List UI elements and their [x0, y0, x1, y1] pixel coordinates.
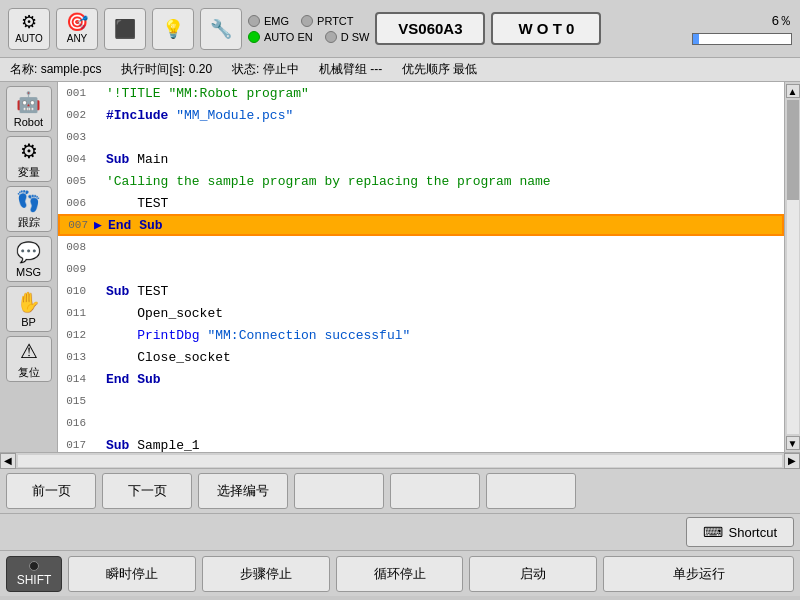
- sidebar-label-msg: MSG: [16, 266, 41, 278]
- emg-label: EMG: [264, 15, 289, 27]
- action-btn-4[interactable]: [294, 473, 384, 509]
- shift-label: SHIFT: [17, 573, 52, 587]
- robot-icon: 🤖: [16, 90, 41, 114]
- table-row: 010 Sub TEST: [58, 280, 784, 302]
- start-button[interactable]: 启动: [469, 556, 597, 592]
- table-row: 017 Sub Sample_1: [58, 434, 784, 452]
- horizontal-scrollbar[interactable]: ◀ ▶: [0, 452, 800, 468]
- shortcut-icon: ⌨: [703, 524, 723, 540]
- vs-button[interactable]: VS060A3: [375, 12, 485, 45]
- shift-button[interactable]: SHIFT: [6, 556, 62, 592]
- any-icon: 🎯: [66, 13, 88, 31]
- table-row: 005 'Calling the sample program by repla…: [58, 170, 784, 192]
- trace-icon: 👣: [16, 189, 41, 213]
- pct-label: 6％: [772, 12, 792, 30]
- next-page-button[interactable]: 下一页: [102, 473, 192, 509]
- emg-radio: [248, 15, 260, 27]
- select-num-button[interactable]: 选择编号: [198, 473, 288, 509]
- sidebar-item-reset[interactable]: ⚠ 复位: [6, 336, 52, 382]
- percent-area: 6％: [692, 12, 792, 45]
- table-row: 009: [58, 258, 784, 280]
- arm-group: 机械臂组 ---: [319, 61, 382, 78]
- step-stop-button[interactable]: 步骤停止: [202, 556, 330, 592]
- shortcut-button[interactable]: ⌨ Shortcut: [686, 517, 794, 547]
- table-row: 007 ▶ End Sub: [58, 214, 784, 236]
- sidebar-label-reset: 复位: [18, 365, 40, 380]
- prtct-label: PRTCT: [317, 15, 353, 27]
- reset-icon: ⚠: [20, 339, 38, 363]
- table-row: 016: [58, 412, 784, 434]
- code-area[interactable]: 001 '!TITLE "MM:Robot program" 002 #Incl…: [58, 82, 784, 452]
- vertical-scrollbar[interactable]: ▲ ▼: [784, 82, 800, 452]
- hscroll-right-arrow[interactable]: ▶: [784, 453, 800, 469]
- table-row: 013 Close_socket: [58, 346, 784, 368]
- action-button-row: 前一页 下一页 选择编号: [0, 468, 800, 514]
- auto-icon: ⚙: [21, 13, 37, 31]
- lamp-button[interactable]: 💡: [152, 8, 194, 50]
- auto-button[interactable]: ⚙ AUTO: [8, 8, 50, 50]
- action-btn-5[interactable]: [390, 473, 480, 509]
- prtct-radio: [301, 15, 313, 27]
- code-scroll[interactable]: 001 '!TITLE "MM:Robot program" 002 #Incl…: [58, 82, 784, 452]
- wot-button[interactable]: W O T 0: [491, 12, 601, 45]
- sidebar-label-variable: 変量: [18, 165, 40, 180]
- radio-group: EMG PRTCT AUTO EN D SW: [248, 15, 369, 43]
- sidebar-item-trace[interactable]: 👣 跟踪: [6, 186, 52, 232]
- autoen-label: AUTO EN: [264, 31, 313, 43]
- scroll-bar-track: [787, 100, 799, 434]
- exec-time: 执行时间[s]: 0.20: [121, 61, 212, 78]
- dsw-label: D SW: [341, 31, 370, 43]
- table-row: 004 Sub Main: [58, 148, 784, 170]
- stop-button[interactable]: ⬛: [104, 8, 146, 50]
- cycle-stop-button[interactable]: 循环停止: [336, 556, 464, 592]
- action-btn-6[interactable]: [486, 473, 576, 509]
- shortcut-label: Shortcut: [729, 525, 777, 540]
- hscroll-left-arrow[interactable]: ◀: [0, 453, 16, 469]
- sidebar-label-bp: BP: [21, 316, 36, 328]
- scroll-up-arrow[interactable]: ▲: [786, 84, 800, 98]
- bottom-bar: SHIFT 瞬时停止 步骤停止 循环停止 启动 单步运行: [0, 550, 800, 596]
- sidebar-label-trace: 跟踪: [18, 215, 40, 230]
- lamp-icon: 💡: [162, 20, 184, 38]
- table-row: 003: [58, 126, 784, 148]
- main-area: 🤖 Robot ⚙ 変量 👣 跟踪 💬 MSG ✋ BP ⚠ 复位 001: [0, 82, 800, 452]
- table-row: 014 End Sub: [58, 368, 784, 390]
- msg-icon: 💬: [16, 240, 41, 264]
- shift-dot: [29, 561, 39, 571]
- hscroll-track: [18, 455, 782, 467]
- autoen-radio: [248, 31, 260, 43]
- table-row: 015: [58, 390, 784, 412]
- tool-icon: 🔧: [210, 20, 232, 38]
- sidebar-item-variable[interactable]: ⚙ 変量: [6, 136, 52, 182]
- table-row: 002 #Include "MM_Module.pcs": [58, 104, 784, 126]
- bp-icon: ✋: [16, 290, 41, 314]
- pct-bar: [692, 33, 792, 45]
- table-row: 012 PrintDbg "MM:Connection successful": [58, 324, 784, 346]
- priority: 优先顺序 最低: [402, 61, 477, 78]
- any-button[interactable]: 🎯 ANY: [56, 8, 98, 50]
- sidebar-item-bp[interactable]: ✋ BP: [6, 286, 52, 332]
- shortcut-area: ⌨ Shortcut: [0, 514, 800, 550]
- sidebar-label-robot: Robot: [14, 116, 43, 128]
- any-label: ANY: [67, 33, 88, 44]
- tool-button[interactable]: 🔧: [200, 8, 242, 50]
- table-row: 001 '!TITLE "MM:Robot program": [58, 82, 784, 104]
- pct-bar-fill: [693, 34, 699, 44]
- top-bar: ⚙ AUTO 🎯 ANY ⬛ 💡 🔧 EMG PRTCT AUTO EN D S…: [0, 0, 800, 58]
- sidebar-item-robot[interactable]: 🤖 Robot: [6, 86, 52, 132]
- step-run-button[interactable]: 单步运行: [603, 556, 794, 592]
- table-row: 011 Open_socket: [58, 302, 784, 324]
- status-bar: 名称: sample.pcs 执行时间[s]: 0.20 状态: 停止中 机械臂…: [0, 58, 800, 82]
- file-name: 名称: sample.pcs: [10, 61, 101, 78]
- instant-stop-button[interactable]: 瞬时停止: [68, 556, 196, 592]
- auto-label: AUTO: [15, 33, 43, 44]
- prev-page-button[interactable]: 前一页: [6, 473, 96, 509]
- dsw-radio: [325, 31, 337, 43]
- table-row: 006 TEST: [58, 192, 784, 214]
- scroll-thumb[interactable]: [787, 100, 799, 200]
- line-arrow: ▶: [94, 217, 108, 233]
- stop-icon: ⬛: [114, 20, 136, 38]
- state: 状态: 停止中: [232, 61, 299, 78]
- scroll-down-arrow[interactable]: ▼: [786, 436, 800, 450]
- sidebar-item-msg[interactable]: 💬 MSG: [6, 236, 52, 282]
